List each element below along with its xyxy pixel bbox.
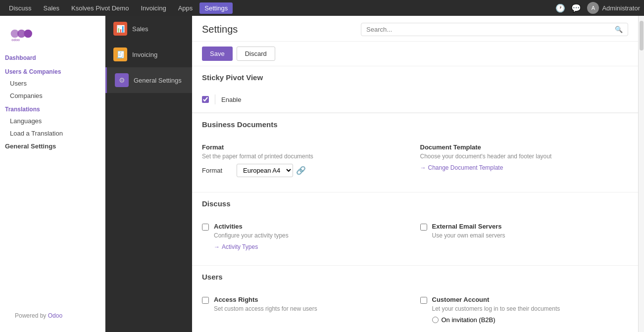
mid-nav-invoicing[interactable]: 🧾 Invoicing [105, 42, 192, 67]
svg-point-2 [24, 30, 32, 38]
nav-item-discuss[interactable]: Discuss [4, 2, 37, 14]
users-body: Access Rights Set custom access rights f… [192, 286, 638, 332]
search-icon: 🔍 [615, 26, 623, 33]
mid-nav-sales-label: Sales [132, 25, 149, 33]
action-bar: Save Discard [192, 42, 638, 66]
top-navigation: Discuss Sales Ksolves Pivot Demo Invoici… [0, 0, 644, 16]
sidebar-translations-header[interactable]: Translations [0, 102, 105, 115]
customer-account-checkbox[interactable] [420, 297, 427, 304]
business-docs-row: Format Set the paper format of printed d… [202, 139, 628, 182]
access-rights-checkbox[interactable] [202, 297, 209, 304]
general-settings-icon: ⚙ [115, 73, 129, 87]
format-select-wrap: European A4 US Letter A3 A5 🔗 [237, 164, 306, 177]
main-header: Settings 🔍 [192, 16, 638, 42]
users-title: Users [192, 266, 638, 286]
divider [215, 95, 215, 104]
main-content: Settings 🔍 Save Discard Sticky Pivot Vie… [192, 16, 638, 332]
page-title: Settings [202, 24, 238, 35]
on-invitation-radio[interactable] [432, 317, 439, 323]
format-select[interactable]: European A4 US Letter A3 A5 [237, 164, 293, 177]
discuss-section: Discuss Activities Configure your activi… [192, 192, 638, 266]
activities-block: Activities Configure your activity types… [202, 218, 410, 255]
business-documents-section: Business Documents Format Set the paper … [192, 113, 638, 192]
doc-template-desc: Choose your document's header and footer… [420, 153, 629, 160]
admin-menu[interactable]: A Administrator [587, 2, 640, 14]
access-rights-title: Access Rights [214, 296, 317, 303]
avatar: A [587, 2, 599, 14]
sales-icon: 📊 [113, 22, 127, 36]
sticky-pivot-section: Sticky Pivot View Enable [192, 66, 638, 113]
format-row: Format European A4 US Letter A3 A5 🔗 [202, 164, 410, 177]
nav-item-apps[interactable]: Apps [173, 2, 198, 14]
access-rights-desc: Set custom access rights for new users [214, 305, 317, 312]
format-label: Format [202, 167, 232, 174]
mid-nav-sales[interactable]: 📊 Sales [105, 16, 192, 42]
nav-item-settings[interactable]: Settings [199, 2, 233, 14]
clock-icon[interactable]: 🕐 [555, 3, 565, 13]
sidebar-dashboard[interactable]: Dashboard [0, 51, 105, 64]
nav-item-sales[interactable]: Sales [39, 2, 65, 14]
external-link-icon[interactable]: 🔗 [296, 166, 306, 175]
format-desc: Set the paper format of printed document… [202, 153, 410, 160]
customer-account-title: Customer Account [432, 296, 560, 303]
doc-template-title: Document Template [420, 143, 629, 151]
change-doc-template-link[interactable]: Change Document Template [420, 164, 503, 171]
powered-by: Powered by Odoo [5, 304, 72, 327]
nav-item-invoicing[interactable]: Invoicing [136, 2, 171, 14]
users-section: Users Access Rights Set custom access ri… [192, 266, 638, 332]
enable-checkbox[interactable] [202, 96, 209, 103]
discuss-body: Activities Configure your activity types… [192, 213, 638, 265]
sidebar-general-settings[interactable]: General Settings [0, 140, 105, 153]
external-email-title: External Email Servers [432, 223, 505, 230]
discuss-title: Discuss [192, 192, 638, 213]
main-layout: odoo Dashboard Users & Companies Users C… [0, 16, 644, 332]
svg-text:odoo: odoo [11, 38, 20, 42]
sticky-pivot-body: Enable [192, 87, 638, 113]
discard-button[interactable]: Discard [237, 47, 275, 61]
mid-navigation: 📊 Sales 🧾 Invoicing ⚙ General Settings [105, 16, 192, 332]
sticky-pivot-title: Sticky Pivot View [192, 66, 638, 87]
odoo-link[interactable]: Odoo [48, 312, 62, 319]
search-bar[interactable]: 🔍 [361, 23, 628, 36]
chat-icon[interactable]: 💬 [571, 3, 581, 13]
format-block: Format Set the paper format of printed d… [202, 139, 410, 182]
format-title: Format [202, 143, 410, 151]
external-email-checkbox[interactable] [420, 224, 427, 231]
mid-nav-general-label: General Settings [134, 77, 182, 84]
left-sidebar: odoo Dashboard Users & Companies Users C… [0, 16, 105, 332]
sidebar-languages[interactable]: Languages [0, 115, 105, 127]
logo-area: odoo [0, 16, 105, 51]
odoo-logo-icon: odoo [10, 24, 35, 44]
external-email-block: External Email Servers Use your own emai… [420, 218, 629, 255]
activities-checkbox[interactable] [202, 224, 209, 231]
right-scrollbar[interactable] [638, 16, 644, 332]
business-docs-title: Business Documents [192, 113, 638, 134]
mid-nav-general-settings[interactable]: ⚙ General Settings [105, 67, 192, 93]
discuss-row: Activities Configure your activity types… [202, 218, 628, 255]
nav-item-ksolves[interactable]: Ksolves Pivot Demo [66, 2, 134, 14]
enable-label: Enable [221, 96, 241, 103]
document-template-block: Document Template Choose your document's… [420, 139, 629, 182]
activity-types-link[interactable]: Activity Types [214, 243, 258, 250]
customer-account-desc: Let your customers log in to see their d… [432, 305, 560, 312]
scrollbar-thumb-right[interactable] [640, 21, 644, 50]
save-button[interactable]: Save [202, 47, 233, 61]
activities-desc: Configure your activity types [214, 232, 289, 239]
sidebar-users-companies-header[interactable]: Users & Companies [0, 64, 105, 77]
customer-account-block: Customer Account Let your customers log … [420, 291, 629, 329]
access-rights-block: Access Rights Set custom access rights f… [202, 291, 410, 329]
on-invitation-label: On invitation (B2B) [442, 316, 495, 324]
search-input[interactable] [366, 26, 615, 33]
sidebar-companies[interactable]: Companies [0, 90, 105, 102]
sidebar-users[interactable]: Users [0, 77, 105, 90]
business-docs-body: Format Set the paper format of printed d… [192, 134, 638, 192]
external-email-desc: Use your own email servers [432, 232, 505, 239]
invoicing-icon: 🧾 [113, 47, 127, 61]
mid-nav-invoicing-label: Invoicing [132, 51, 157, 58]
users-row: Access Rights Set custom access rights f… [202, 291, 628, 329]
activities-title: Activities [214, 223, 289, 230]
sidebar-load-translation[interactable]: Load a Translation [0, 127, 105, 140]
admin-label: Administrator [602, 4, 640, 12]
